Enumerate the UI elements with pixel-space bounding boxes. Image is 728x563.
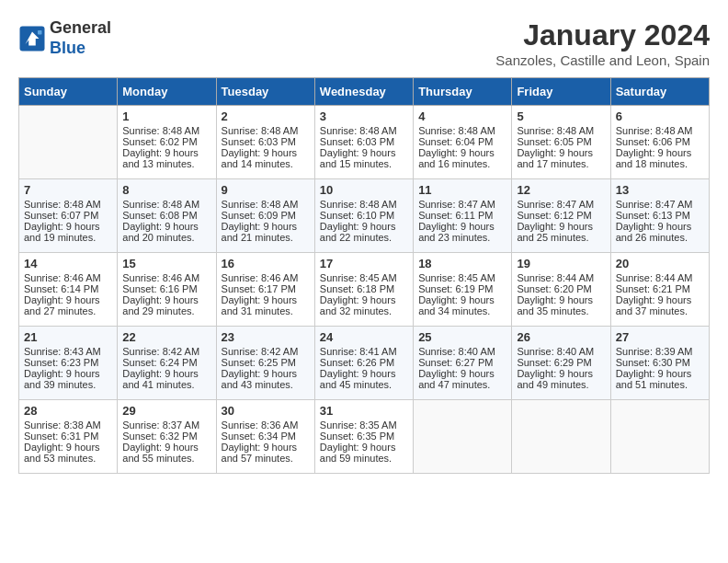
calendar-cell: 27Sunrise: 8:39 AMSunset: 6:30 PMDayligh… xyxy=(610,327,709,400)
calendar-header-friday: Friday xyxy=(512,78,610,106)
sunset-text: Sunset: 6:11 PM xyxy=(418,210,506,221)
calendar-cell: 28Sunrise: 8:38 AMSunset: 6:31 PMDayligh… xyxy=(19,400,118,474)
daylight-text: Daylight: 9 hours and 55 minutes. xyxy=(122,442,210,464)
svg-rect-2 xyxy=(38,30,42,35)
calendar-cell: 29Sunrise: 8:37 AMSunset: 6:32 PMDayligh… xyxy=(118,400,216,474)
daylight-text: Daylight: 9 hours and 21 minutes. xyxy=(222,221,310,243)
day-number: 28 xyxy=(24,404,112,418)
sunrise-text: Sunrise: 8:36 AM xyxy=(222,419,310,431)
calendar-week-row: 21Sunrise: 8:43 AMSunset: 6:23 PMDayligh… xyxy=(19,327,710,400)
calendar-cell: 12Sunrise: 8:47 AMSunset: 6:12 PMDayligh… xyxy=(512,179,610,253)
calendar-cell: 19Sunrise: 8:44 AMSunset: 6:20 PMDayligh… xyxy=(512,253,610,327)
calendar-header-thursday: Thursday xyxy=(414,78,512,106)
daylight-text: Daylight: 9 hours and 22 minutes. xyxy=(320,221,408,243)
calendar-cell: 9Sunrise: 8:48 AMSunset: 6:09 PMDaylight… xyxy=(216,179,314,253)
calendar-cell: 8Sunrise: 8:48 AMSunset: 6:08 PMDaylight… xyxy=(118,179,216,253)
day-number: 11 xyxy=(418,183,506,197)
calendar-header-saturday: Saturday xyxy=(610,78,709,106)
calendar-cell: 23Sunrise: 8:42 AMSunset: 6:25 PMDayligh… xyxy=(216,327,314,400)
calendar-cell: 18Sunrise: 8:45 AMSunset: 6:19 PMDayligh… xyxy=(414,253,512,327)
sunrise-text: Sunrise: 8:45 AM xyxy=(418,272,506,283)
sunset-text: Sunset: 6:35 PM xyxy=(320,431,408,442)
calendar-cell: 16Sunrise: 8:46 AMSunset: 6:17 PMDayligh… xyxy=(216,253,314,327)
sunset-text: Sunset: 6:29 PM xyxy=(517,357,605,368)
daylight-text: Daylight: 9 hours and 53 minutes. xyxy=(24,442,112,464)
location: Sanzoles, Castille and Leon, Spain xyxy=(495,52,710,68)
daylight-text: Daylight: 9 hours and 14 minutes. xyxy=(222,147,310,169)
day-number: 12 xyxy=(517,183,605,197)
day-number: 6 xyxy=(616,109,704,123)
daylight-text: Daylight: 9 hours and 13 minutes. xyxy=(122,147,210,169)
calendar-cell: 3Sunrise: 8:48 AMSunset: 6:03 PMDaylight… xyxy=(314,106,413,179)
sunrise-text: Sunrise: 8:42 AM xyxy=(122,346,210,357)
calendar-cell: 31Sunrise: 8:35 AMSunset: 6:35 PMDayligh… xyxy=(314,400,413,474)
calendar-cell: 21Sunrise: 8:43 AMSunset: 6:23 PMDayligh… xyxy=(19,327,118,400)
sunrise-text: Sunrise: 8:35 AM xyxy=(320,419,408,431)
sunset-text: Sunset: 6:34 PM xyxy=(222,431,310,442)
daylight-text: Daylight: 9 hours and 23 minutes. xyxy=(418,221,506,243)
day-number: 7 xyxy=(24,183,112,197)
day-number: 27 xyxy=(616,330,704,344)
calendar-header-monday: Monday xyxy=(118,78,216,106)
daylight-text: Daylight: 9 hours and 32 minutes. xyxy=(320,294,408,316)
day-number: 4 xyxy=(418,109,506,123)
logo: General Blue xyxy=(18,18,111,58)
day-number: 29 xyxy=(122,404,210,418)
daylight-text: Daylight: 9 hours and 27 minutes. xyxy=(24,294,112,316)
day-number: 24 xyxy=(320,330,408,344)
sunset-text: Sunset: 6:24 PM xyxy=(122,357,210,368)
daylight-text: Daylight: 9 hours and 17 minutes. xyxy=(517,147,605,169)
day-number: 22 xyxy=(122,330,210,344)
daylight-text: Daylight: 9 hours and 39 minutes. xyxy=(24,368,112,390)
sunrise-text: Sunrise: 8:46 AM xyxy=(122,272,210,283)
calendar-cell: 20Sunrise: 8:44 AMSunset: 6:21 PMDayligh… xyxy=(610,253,709,327)
calendar-header-row: SundayMondayTuesdayWednesdayThursdayFrid… xyxy=(19,78,710,106)
daylight-text: Daylight: 9 hours and 26 minutes. xyxy=(616,221,704,243)
calendar-cell xyxy=(512,400,610,474)
daylight-text: Daylight: 9 hours and 45 minutes. xyxy=(320,368,408,390)
calendar-cell: 11Sunrise: 8:47 AMSunset: 6:11 PMDayligh… xyxy=(414,179,512,253)
sunrise-text: Sunrise: 8:43 AM xyxy=(24,346,112,357)
calendar-cell: 14Sunrise: 8:46 AMSunset: 6:14 PMDayligh… xyxy=(19,253,118,327)
calendar-cell: 13Sunrise: 8:47 AMSunset: 6:13 PMDayligh… xyxy=(610,179,709,253)
day-number: 1 xyxy=(122,109,210,123)
sunset-text: Sunset: 6:30 PM xyxy=(616,357,704,368)
logo-icon xyxy=(18,25,46,52)
day-number: 25 xyxy=(418,330,506,344)
calendar-cell: 1Sunrise: 8:48 AMSunset: 6:02 PMDaylight… xyxy=(118,106,216,179)
logo-line1: General xyxy=(50,18,111,39)
daylight-text: Daylight: 9 hours and 49 minutes. xyxy=(517,368,605,390)
sunset-text: Sunset: 6:27 PM xyxy=(418,357,506,368)
day-number: 13 xyxy=(616,183,704,197)
sunrise-text: Sunrise: 8:48 AM xyxy=(222,125,310,136)
daylight-text: Daylight: 9 hours and 15 minutes. xyxy=(320,147,408,169)
daylight-text: Daylight: 9 hours and 57 minutes. xyxy=(222,442,310,464)
sunset-text: Sunset: 6:25 PM xyxy=(222,357,310,368)
sunrise-text: Sunrise: 8:48 AM xyxy=(517,125,605,136)
sunrise-text: Sunrise: 8:37 AM xyxy=(122,419,210,431)
calendar-cell xyxy=(414,400,512,474)
sunset-text: Sunset: 6:06 PM xyxy=(616,136,704,147)
calendar-cell: 4Sunrise: 8:48 AMSunset: 6:04 PMDaylight… xyxy=(414,106,512,179)
sunrise-text: Sunrise: 8:48 AM xyxy=(320,125,408,136)
calendar-cell: 17Sunrise: 8:45 AMSunset: 6:18 PMDayligh… xyxy=(314,253,413,327)
day-number: 14 xyxy=(24,257,112,270)
page-header: General Blue January 2024 Sanzoles, Cast… xyxy=(18,18,710,68)
sunset-text: Sunset: 6:04 PM xyxy=(418,136,506,147)
month-title: January 2024 xyxy=(495,18,710,52)
calendar-cell: 6Sunrise: 8:48 AMSunset: 6:06 PMDaylight… xyxy=(610,106,709,179)
sunset-text: Sunset: 6:26 PM xyxy=(320,357,408,368)
calendar-cell: 7Sunrise: 8:48 AMSunset: 6:07 PMDaylight… xyxy=(19,179,118,253)
calendar-header-tuesday: Tuesday xyxy=(216,78,314,106)
day-number: 19 xyxy=(517,257,605,270)
daylight-text: Daylight: 9 hours and 16 minutes. xyxy=(418,147,506,169)
day-number: 21 xyxy=(24,330,112,344)
calendar-cell: 25Sunrise: 8:40 AMSunset: 6:27 PMDayligh… xyxy=(414,327,512,400)
daylight-text: Daylight: 9 hours and 37 minutes. xyxy=(616,294,704,316)
logo-line2: Blue xyxy=(50,39,111,59)
calendar-header-sunday: Sunday xyxy=(19,78,118,106)
calendar-cell xyxy=(610,400,709,474)
calendar-cell: 15Sunrise: 8:46 AMSunset: 6:16 PMDayligh… xyxy=(118,253,216,327)
calendar-cell: 10Sunrise: 8:48 AMSunset: 6:10 PMDayligh… xyxy=(314,179,413,253)
daylight-text: Daylight: 9 hours and 47 minutes. xyxy=(418,368,506,390)
